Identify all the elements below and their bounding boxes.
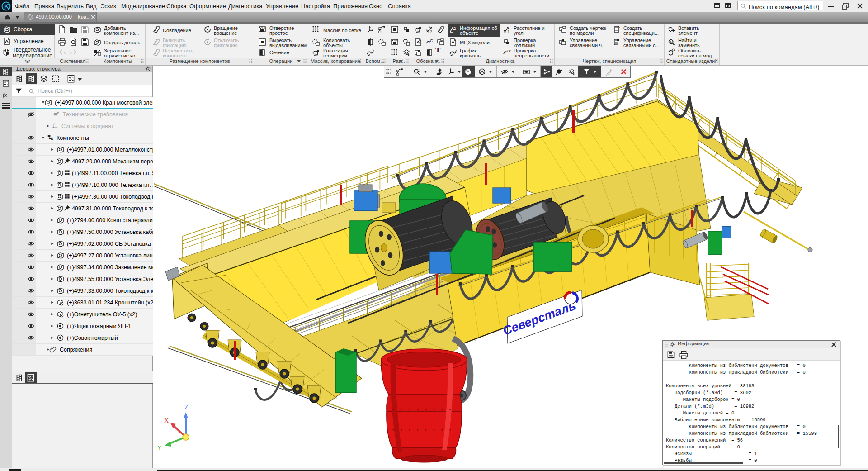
svg-text:X: X xyxy=(164,417,169,424)
svg-text:Z: Z xyxy=(184,404,189,411)
svg-text:K: K xyxy=(4,2,9,10)
svg-text:Y: Y xyxy=(157,445,162,452)
